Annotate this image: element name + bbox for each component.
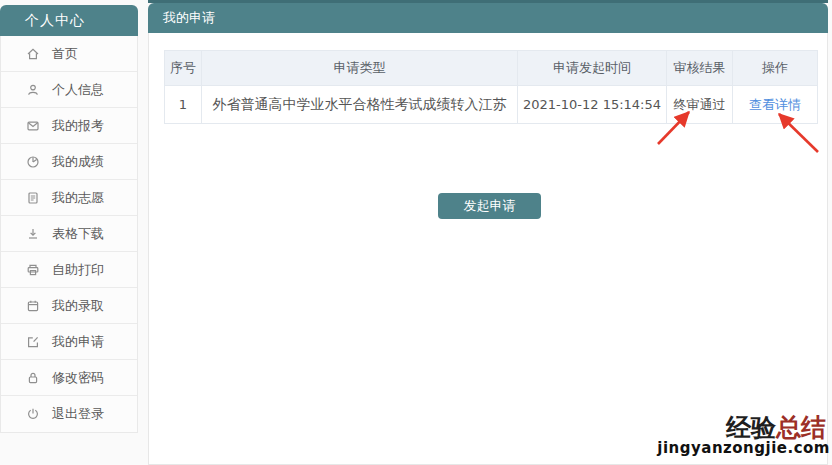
column-header-index: 序号 [165,51,202,86]
cell-start-time: 2021-10-12 15:14:54 [518,86,667,124]
sidebar-item-label: 我的录取 [52,297,104,315]
sidebar-menu: 首页 个人信息 我的报考 我的成绩 我的志愿 表格下载 自助打印 [0,36,138,433]
panel-body: 序号 申请类型 申请发起时间 审核结果 操作 1 外省普通高中学业水平合格性考试… [148,33,828,465]
sidebar: 个人中心 首页 个人信息 我的报考 我的成绩 我的志愿 表格下载 自 [0,5,138,433]
sidebar-item-label: 表格下载 [52,225,104,243]
mail-icon [26,119,40,133]
document-icon [26,191,40,205]
sidebar-item-label: 自助打印 [52,261,104,279]
watermark-brand-black: 经验 [726,413,776,442]
calendar-icon [26,299,40,313]
sidebar-item-profile[interactable]: 个人信息 [1,72,137,108]
sidebar-item-label: 修改密码 [52,369,104,387]
edit-icon [26,335,40,349]
sidebar-item-label: 我的志愿 [52,189,104,207]
user-icon [26,83,40,97]
logout-icon [26,407,40,421]
sidebar-item-logout[interactable]: 退出登录 [1,396,137,432]
cell-application-type: 外省普通高中学业水平合格性考试成绩转入江苏 [202,86,518,124]
view-details-link[interactable]: 查看详情 [749,97,801,112]
button-row: 发起申请 [164,193,815,219]
sidebar-item-change-password[interactable]: 修改密码 [1,360,137,396]
table-row: 1 外省普通高中学业水平合格性考试成绩转入江苏 2021-10-12 15:14… [165,86,818,124]
watermark-brand: 经验总结 [657,415,830,441]
sidebar-item-self-print[interactable]: 自助打印 [1,252,137,288]
panel-title: 我的申请 [148,3,828,33]
cell-action: 查看详情 [733,86,818,124]
sidebar-item-scores[interactable]: 我的成绩 [1,144,137,180]
sidebar-item-form-download[interactable]: 表格下载 [1,216,137,252]
sidebar-item-label: 个人信息 [52,81,104,99]
watermark-brand-red: 总结 [776,413,826,442]
start-application-button[interactable]: 发起申请 [438,193,541,219]
sidebar-item-label: 我的报考 [52,117,104,135]
home-icon [26,47,40,61]
cell-index: 1 [165,86,202,124]
applications-table: 序号 申请类型 申请发起时间 审核结果 操作 1 外省普通高中学业水平合格性考试… [164,50,818,124]
column-header-action: 操作 [733,51,818,86]
sidebar-item-home[interactable]: 首页 [1,36,137,72]
printer-icon [26,263,40,277]
watermark: 经验总结 jingyanzongjie.com [657,415,830,457]
sidebar-title: 个人中心 [0,5,138,36]
column-header-result: 审核结果 [667,51,733,86]
sidebar-item-label: 我的申请 [52,333,104,351]
watermark-domain: jingyanzongjie.com [657,441,830,457]
pie-chart-icon [26,155,40,169]
download-icon [26,227,40,241]
main-panel: 我的申请 序号 申请类型 申请发起时间 审核结果 操作 1 外省普通高中学业水平… [148,0,828,465]
sidebar-item-label: 首页 [52,45,78,63]
column-header-type: 申请类型 [202,51,518,86]
sidebar-item-registration[interactable]: 我的报考 [1,108,137,144]
sidebar-item-label: 我的成绩 [52,153,104,171]
sidebar-item-admission[interactable]: 我的录取 [1,288,137,324]
column-header-time: 申请发起时间 [518,51,667,86]
cell-review-result: 终审通过 [667,86,733,124]
sidebar-item-label: 退出登录 [52,405,104,423]
sidebar-item-preferences[interactable]: 我的志愿 [1,180,137,216]
table-header-row: 序号 申请类型 申请发起时间 审核结果 操作 [165,51,818,86]
sidebar-item-applications[interactable]: 我的申请 [1,324,137,360]
lock-icon [26,371,40,385]
